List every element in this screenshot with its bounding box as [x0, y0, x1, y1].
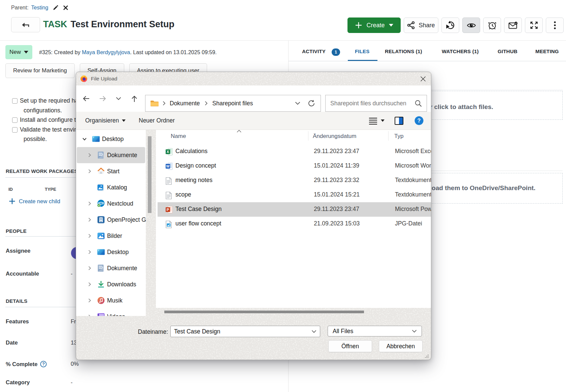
dialog-navbar: DokumenteSharepoint files Sharepoint fil… — [76, 85, 431, 112]
horizontal-scrollbar[interactable] — [164, 311, 364, 313]
tree-item-dokumente[interactable]: Dokumente — [77, 147, 145, 163]
chevron-right-icon[interactable] — [87, 201, 92, 206]
checkbox[interactable] — [12, 98, 18, 104]
checkbox[interactable] — [12, 117, 18, 123]
chevron-right-icon[interactable] — [87, 282, 92, 287]
tab-meeting[interactable]: MEETING — [535, 48, 559, 54]
work-package-type: TASK — [43, 19, 67, 29]
tab-watchers[interactable]: WATCHERS (1) — [442, 48, 479, 54]
status-dropdown[interactable]: New — [5, 45, 32, 59]
crumb-dokumente[interactable]: Dokumente — [170, 100, 200, 107]
caret-down-icon — [389, 24, 393, 27]
tree-item-openproject-gmbh[interactable]: OpenProject GmbH — [77, 212, 145, 228]
file-modified: 29.11.2023 23:32 — [314, 177, 359, 184]
filetype-select[interactable]: All Files — [328, 326, 422, 336]
tab-github[interactable]: GITHUB — [498, 48, 518, 54]
crumb-sharepoint-files[interactable]: Sharepoint files — [212, 100, 253, 107]
create-new-child-link[interactable]: Create new child — [8, 198, 60, 205]
chevron-right-icon[interactable] — [87, 152, 92, 158]
back-button[interactable] — [11, 17, 40, 32]
edit-parent-icon[interactable] — [53, 5, 58, 10]
open-button[interactable]: Öffnen — [328, 340, 372, 352]
author-link[interactable]: Maya Berdygylyjova — [82, 49, 130, 55]
tree-item-desktop[interactable]: Desktop — [77, 244, 145, 260]
filename-input[interactable]: Test Case Design — [170, 326, 320, 337]
column-header-name[interactable]: Name — [171, 133, 186, 140]
tab-relations[interactable]: RELATIONS (1) — [385, 48, 422, 54]
tree-item-label: Dokumente — [107, 152, 137, 159]
tree-item-bilder[interactable]: Bilder — [77, 228, 145, 244]
column-separator[interactable] — [388, 131, 389, 141]
alarm-clock-icon — [488, 21, 497, 30]
tree-item-nextcloud[interactable]: Nextcloud — [77, 195, 145, 212]
chevron-right-icon[interactable] — [87, 233, 92, 239]
chevron-right-icon[interactable] — [87, 265, 92, 271]
help-icon[interactable]: ? — [40, 361, 47, 367]
tree-item-downloads[interactable]: Downloads — [77, 276, 145, 292]
work-package-subject: Test Environment Setup — [71, 19, 175, 29]
dialog-close-button[interactable] — [420, 76, 426, 82]
file-row-design-concept[interactable]: WDesign concept15.01.2024 11:39Microsoft… — [158, 159, 431, 173]
more-menu-button[interactable] — [546, 17, 564, 33]
dialog-titlebar[interactable]: File Upload — [76, 72, 431, 85]
dialog-title: File Upload — [91, 76, 117, 82]
tree-item-start[interactable]: Start — [77, 163, 145, 179]
resize-grip-icon[interactable] — [425, 354, 429, 358]
tree-item-label: Videos — [107, 313, 125, 316]
remove-parent-icon[interactable] — [63, 5, 68, 10]
view-mode-button[interactable] — [368, 112, 385, 130]
tree-item-label: Start — [107, 168, 120, 175]
tree-item-musik[interactable]: Musik — [77, 292, 145, 309]
refresh-icon[interactable] — [308, 100, 315, 107]
file-row-calculations[interactable]: XCalculations29.11.2023 23:47Microsoft E… — [158, 144, 431, 159]
chevron-right-icon[interactable] — [87, 169, 92, 174]
cancel-button[interactable]: Abbrechen — [379, 340, 423, 352]
nav-up-icon[interactable] — [131, 95, 138, 103]
parent-link[interactable]: Testing — [31, 5, 48, 11]
chevron-right-icon[interactable] — [87, 298, 92, 303]
organize-menu[interactable]: Organisieren — [85, 112, 126, 130]
column-separator[interactable] — [308, 131, 308, 141]
file-row-meeting-notes[interactable]: meeting notes29.11.2023 23:32Textdokumen… — [158, 173, 431, 188]
tab-files[interactable]: FILES — [355, 48, 370, 54]
fullscreen-button[interactable] — [525, 17, 543, 33]
address-dropdown-icon[interactable] — [295, 102, 300, 105]
column-header-modified[interactable]: Änderungsdatum — [313, 133, 356, 140]
watch-button[interactable] — [462, 17, 480, 33]
svg-text:W: W — [166, 164, 170, 168]
tree-scrollbar[interactable] — [148, 136, 152, 213]
tree-item-videos[interactable]: Videos — [77, 309, 145, 316]
tree-item-desktop[interactable]: Desktop — [77, 131, 145, 147]
activity-history-button[interactable] — [441, 17, 459, 33]
reminder-button[interactable] — [483, 17, 501, 33]
workflow-button[interactable]: Review for Marketing — [5, 63, 75, 78]
preview-pane-button[interactable] — [395, 112, 403, 130]
chevron-right-icon[interactable] — [87, 249, 92, 255]
chevron-down-icon[interactable] — [82, 136, 87, 142]
file-row-user-flow-concept[interactable]: user flow concept21.09.2023 15:03JPG-Dat… — [158, 217, 431, 231]
nav-back-icon[interactable] — [82, 95, 90, 102]
create-button[interactable]: Create — [347, 17, 401, 33]
share-icon — [407, 21, 415, 29]
category-value: - — [71, 379, 73, 386]
share-button[interactable]: Share — [404, 17, 438, 33]
nav-recent-chevron-icon[interactable] — [116, 97, 121, 100]
help-button[interactable]: ? — [414, 112, 424, 130]
file-row-scope[interactable]: scope15.01.2024 15:21Textdokument — [158, 188, 431, 202]
sort-ascending-icon — [237, 130, 241, 133]
nav-forward-icon[interactable] — [99, 95, 107, 102]
column-header-type[interactable]: Typ — [394, 133, 403, 140]
chevron-right-icon[interactable] — [87, 217, 92, 222]
mail-check-icon — [508, 22, 518, 29]
search-box[interactable]: Sharepoint files durchsuchen — [325, 95, 427, 112]
related-work-packages-heading: RELATED WORK PACKAGES — [6, 168, 78, 174]
tree-item-katalog[interactable]: Katalog — [77, 179, 145, 195]
checkbox[interactable] — [12, 127, 18, 133]
notification-button[interactable] — [504, 17, 522, 33]
address-bar[interactable]: DokumenteSharepoint files — [145, 95, 321, 112]
tab-activity[interactable]: ACTIVITY — [302, 48, 326, 54]
new-folder-button[interactable]: Neuer Ordner — [139, 112, 175, 130]
file-row-test-case-design[interactable]: PTest Case Design29.11.2023 23:47Microso… — [158, 202, 431, 217]
tree-item-dokumente[interactable]: Dokumente — [77, 260, 145, 276]
tree-item-label: OpenProject GmbH — [107, 216, 146, 223]
